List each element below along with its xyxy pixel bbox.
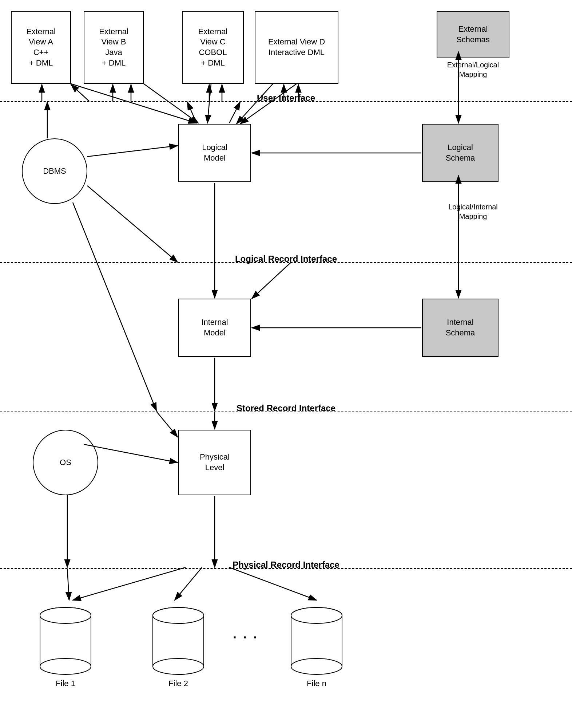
logical-record-interface-label: Logical Record Interface	[235, 254, 337, 264]
stored-record-interface-label: Stored Record Interface	[237, 403, 335, 413]
svg-line-51	[187, 102, 196, 123]
logical-schema-box: Logical Schema	[422, 124, 498, 182]
ext-view-b-box: External View B Java + DML	[84, 11, 144, 84]
svg-point-17	[291, 607, 342, 623]
svg-line-32	[240, 84, 297, 124]
ext-view-a-box: External View A C++ + DML	[11, 11, 71, 84]
svg-point-11	[153, 607, 204, 623]
svg-line-30	[207, 84, 211, 123]
file1-label: File 1	[56, 679, 75, 688]
logical-model-box: Logical Model	[178, 124, 251, 182]
svg-line-54	[156, 412, 178, 437]
svg-point-5	[40, 607, 91, 623]
svg-point-4	[40, 658, 91, 674]
physical-level-box: Physical Level	[178, 430, 251, 495]
filen-cylinder: File n	[284, 601, 349, 692]
ext-view-d-box: External View D Interactive DML	[255, 11, 338, 84]
internal-model-box: Internal Model	[178, 299, 251, 357]
physical-record-interface-label: Physical Record Interface	[233, 560, 339, 570]
os-circle: OS	[33, 430, 98, 495]
ext-view-c-box: External View C COBOL + DML	[182, 11, 244, 84]
file2-cylinder: File 2	[146, 601, 211, 692]
svg-line-40	[87, 186, 178, 262]
svg-line-50	[67, 569, 69, 600]
dbms-circle: DBMS	[22, 138, 87, 204]
ext-logical-mapping-label: External/Logical Mapping	[437, 60, 509, 79]
file1-cylinder: File 1	[33, 601, 98, 692]
file2-label: File 2	[168, 679, 188, 688]
svg-line-47	[73, 567, 186, 600]
svg-point-16	[291, 658, 342, 674]
svg-line-49	[229, 567, 317, 600]
svg-line-31	[237, 84, 273, 124]
svg-line-41	[73, 202, 156, 411]
svg-line-48	[175, 567, 202, 600]
diagram-container: User Interface Logical Record Interface …	[0, 0, 572, 728]
svg-line-52	[229, 102, 240, 123]
logical-internal-mapping-label: Logical/Internal Mapping	[437, 202, 509, 221]
dots-label: · · ·	[233, 630, 258, 645]
svg-line-21	[71, 84, 89, 101]
svg-line-28	[71, 84, 196, 123]
svg-line-53	[252, 262, 291, 299]
filen-label: File n	[307, 679, 326, 688]
internal-schema-box: Internal Schema	[422, 299, 498, 357]
svg-point-10	[153, 658, 204, 674]
svg-line-29	[144, 84, 198, 123]
user-interface-label: User Interface	[257, 93, 315, 103]
ext-schemas-box: External Schemas	[437, 11, 509, 58]
svg-line-38	[87, 146, 178, 157]
